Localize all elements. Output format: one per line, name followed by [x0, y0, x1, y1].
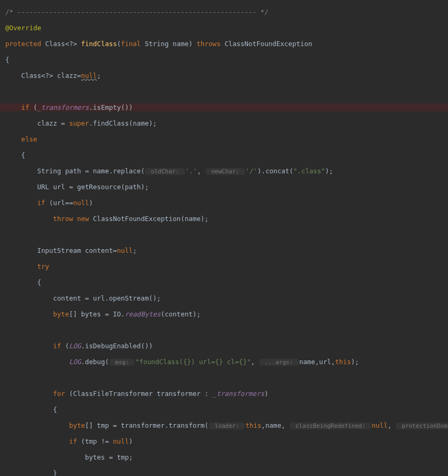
token: ClassNotFoundException(name); [93, 215, 209, 223]
field-ref: _transformers [212, 390, 264, 398]
static-field: LOG [69, 358, 81, 366]
kw-byte: byte [69, 421, 85, 429]
code-line: Class<?> clazz=null; [0, 72, 448, 80]
kw-null: null [73, 199, 89, 207]
indent [5, 199, 37, 207]
indent [5, 437, 69, 445]
param-hint: protectionDomain: [396, 422, 448, 429]
semicolon: ; [97, 72, 101, 80]
code-line: InputStream content=null; [0, 246, 448, 254]
highlighted-line: if (_transformers.isEmpty()) [0, 103, 448, 111]
code-line: { [0, 406, 448, 413]
static-field: LOG [69, 342, 81, 350]
kw-null: null [113, 437, 129, 445]
kw-for: for [53, 390, 69, 398]
token: , [251, 358, 259, 366]
string-literal: ".class" [293, 167, 325, 175]
code-line: try [0, 262, 448, 270]
token: ,name, [262, 421, 290, 429]
token: InputStream content= [5, 246, 117, 254]
token: .debug( [81, 358, 109, 366]
token: URL url = getResource(path); [5, 183, 149, 191]
token: ); [351, 358, 359, 366]
char-literal: '/' [246, 167, 258, 175]
kw-throws: throws [196, 40, 220, 48]
code-line: { [0, 278, 448, 286]
code-line: bytes = tmp; [0, 453, 448, 461]
kw-if: if [37, 199, 49, 207]
token: Class<?> [45, 40, 81, 48]
indent [5, 103, 21, 111]
token: clazz = [5, 119, 69, 127]
token: ) [129, 437, 133, 445]
token [5, 72, 21, 80]
code-line: URL url = getResource(path); [0, 183, 448, 191]
annotation: @Override [5, 24, 41, 32]
code-line [0, 374, 448, 382]
code-line: else [0, 135, 448, 143]
brace: { [5, 278, 41, 286]
code-line [0, 231, 448, 239]
kw-if: if [21, 103, 33, 111]
code-line: if (tmp != null) [0, 437, 448, 445]
code-line [0, 326, 448, 334]
token: , [388, 421, 396, 429]
token: String name) [141, 40, 196, 48]
token: (url== [49, 199, 73, 207]
code-line: for (ClassFileTransformer transformer : … [0, 390, 448, 398]
param-hint: oldChar: [145, 168, 184, 175]
indent [5, 390, 53, 398]
code-line: if (LOG.isDebugEnabled()) [0, 342, 448, 350]
token: ); [325, 167, 333, 175]
token: (tmp != [81, 437, 113, 445]
token: [] tmp = transformer.transform( [85, 421, 209, 429]
token: String path = name.replace( [5, 167, 145, 175]
brace: { [5, 406, 57, 413]
code-line: protected Class<?> findClass(final Strin… [0, 40, 448, 48]
code-editor[interactable]: /* -------------------------------------… [0, 0, 448, 476]
param-hint: ...args: [259, 359, 299, 366]
static-method: readBytes [125, 310, 161, 318]
code-line [0, 87, 448, 95]
token: [] bytes = IO. [69, 310, 124, 318]
kw-if: if [53, 342, 65, 350]
code-line: throw new ClassNotFoundException(name); [0, 215, 448, 223]
char-literal: '.' [185, 167, 198, 175]
kw-null: null [81, 72, 97, 80]
indent [5, 310, 53, 318]
kw-this: this [335, 358, 351, 366]
kw-super: super [69, 119, 89, 127]
token: ) [264, 390, 268, 398]
token: content = url.openStream(); [5, 294, 161, 302]
indent [5, 421, 69, 429]
brace: { [5, 151, 25, 159]
code-line: if (url==null) [0, 199, 448, 207]
code-line: } [0, 469, 448, 476]
token: name,url, [299, 358, 335, 366]
kw-final: final [121, 40, 141, 48]
kw-if: if [69, 437, 81, 445]
param-hint: classBeingRedefined: [290, 422, 371, 429]
kw-protected: protected [5, 40, 41, 48]
method-name: findClass [81, 40, 117, 48]
comment: /* -------------------------------------… [5, 8, 268, 16]
indent [5, 342, 53, 350]
code-line: byte[] tmp = transformer.transform( load… [0, 421, 448, 429]
kw-this: this [245, 421, 261, 429]
token: .isEmpty()) [89, 103, 133, 111]
token: .findClass(name); [89, 119, 157, 127]
param-hint: msg: [110, 359, 135, 366]
param-hint: loader: [209, 422, 245, 429]
token: bytes = tmp; [5, 453, 133, 461]
code-line: clazz = super.findClass(name); [0, 119, 448, 127]
token: .isDebugEnabled()) [81, 342, 153, 350]
code-line: byte[] bytes = IO.readBytes(content); [0, 310, 448, 318]
field-ref: _transformers [37, 103, 89, 111]
indent [5, 215, 53, 223]
brace: { [5, 56, 10, 64]
kw-throw-new: throw new [53, 215, 93, 223]
token: ) [89, 199, 93, 207]
brace: } [5, 469, 57, 476]
code-line: { [0, 56, 448, 64]
token: ).concat( [257, 167, 293, 175]
